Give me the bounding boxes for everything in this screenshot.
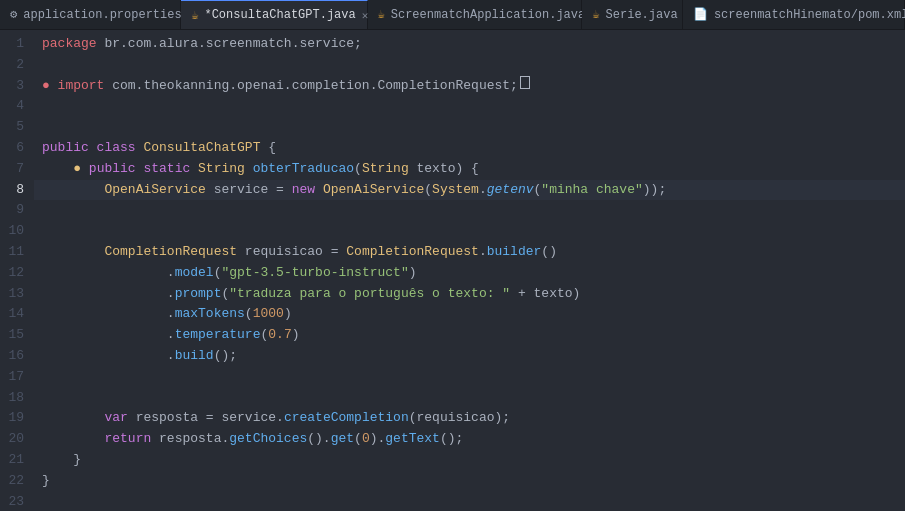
ln-23: 23	[8, 492, 24, 511]
code-line-9	[34, 200, 905, 221]
param-type: String	[362, 159, 417, 180]
paren14a: (	[245, 304, 253, 325]
line-numbers: 1 2 3 4 5 6 7 8 9 10 11 12 13 14 15 16 1…	[0, 30, 34, 511]
close-icon[interactable]: ✕	[362, 9, 369, 22]
dot16: .	[167, 346, 175, 367]
tab-app-props[interactable]: ⚙ application.properties	[0, 0, 181, 29]
tab-label: ScreenmatchApplication.java	[391, 8, 585, 22]
chain20c: ).	[370, 429, 386, 450]
paren-open: (	[354, 159, 362, 180]
chain20d: ();	[440, 429, 463, 450]
kw-import: ●	[42, 76, 58, 97]
code-line-11: CompletionRequest requisicao = Completio…	[34, 242, 905, 263]
code-line-23	[34, 492, 905, 511]
dot13: .	[167, 284, 175, 305]
indent21	[42, 450, 73, 471]
close8: ));	[643, 180, 666, 201]
chain20b: (	[354, 429, 362, 450]
class-name: ConsultaChatGPT	[143, 138, 268, 159]
method-build: build	[175, 346, 214, 367]
num-07: 0.7	[268, 325, 291, 346]
method-gettext: getText	[385, 429, 440, 450]
num-0: 0	[362, 429, 370, 450]
type-string: String	[198, 159, 253, 180]
method-name: obterTraducao	[253, 159, 354, 180]
indent19	[42, 408, 104, 429]
code-line-10	[34, 221, 905, 242]
tab-pom[interactable]: 📄 screenmatchHinemato/pom.xml	[683, 0, 905, 29]
file-icon: ☕	[191, 8, 198, 23]
indent12	[42, 263, 167, 284]
indent8	[42, 180, 104, 201]
type-cr: CompletionRequest	[104, 242, 244, 263]
tab-screenmatch-app[interactable]: ☕ ScreenmatchApplication.java	[368, 0, 583, 29]
ln-5: 5	[8, 117, 24, 138]
indent11	[42, 242, 104, 263]
ln-19: 19	[8, 408, 24, 429]
code-line-15: .temperature(0.7)	[34, 325, 905, 346]
num-1000: 1000	[253, 304, 284, 325]
editor: 1 2 3 4 5 6 7 8 9 10 11 12 13 14 15 16 1…	[0, 30, 905, 511]
type-cr2: CompletionRequest	[346, 242, 479, 263]
tab-serie[interactable]: ☕ Serie.java	[582, 0, 683, 29]
type-openaiservice: OpenAiService	[104, 180, 213, 201]
ln-4: 4	[8, 96, 24, 117]
chain20a: ().	[307, 429, 330, 450]
dot11: .	[479, 242, 487, 263]
dot-7: ●	[73, 159, 89, 180]
type-system: System	[432, 180, 479, 201]
kw-package: package	[42, 34, 104, 55]
tab-bar: ⚙ application.properties ☕ *ConsultaChat…	[0, 0, 905, 30]
tab-consulta[interactable]: ☕ *ConsultaChatGPT.java ✕	[181, 0, 367, 29]
code-line-7: ● public static String obterTraducao(Str…	[34, 159, 905, 180]
code-area[interactable]: package br.com.alura.screenmatch.service…	[34, 30, 905, 511]
import-path: com.theokanning.openai.completion.Comple…	[112, 76, 518, 97]
kw-public2: public	[89, 159, 144, 180]
paren3: (	[534, 180, 542, 201]
ln-14: 14	[8, 304, 24, 325]
code-line-2	[34, 55, 905, 76]
file-icon: 📄	[693, 7, 708, 22]
ln-16: 16	[8, 346, 24, 367]
code-line-22: }	[34, 471, 905, 492]
ln-1: 1	[8, 34, 24, 55]
code-line-13: .prompt("traduza para o português o text…	[34, 284, 905, 305]
code-line-12: .model("gpt-3.5-turbo-instruct")	[34, 263, 905, 284]
method-model: model	[175, 263, 214, 284]
code-line-5	[34, 117, 905, 138]
ln-8: 8	[8, 180, 24, 201]
paren15a: (	[260, 325, 268, 346]
tab-label: Serie.java	[606, 8, 678, 22]
code-line-18	[34, 388, 905, 409]
var-service: service =	[214, 180, 292, 201]
var-resposta: resposta = service.	[136, 408, 284, 429]
code-line-1: package br.com.alura.screenmatch.service…	[34, 34, 905, 55]
code-line-19: var resposta = service.createCompletion(…	[34, 408, 905, 429]
brace22: }	[42, 471, 50, 492]
str-key: "minha chave"	[541, 180, 642, 201]
ln-9: 9	[8, 200, 24, 221]
method-temp: temperature	[175, 325, 261, 346]
indent14	[42, 304, 167, 325]
ln-12: 12	[8, 263, 24, 284]
ln-2: 2	[8, 55, 24, 76]
str-model: "gpt-3.5-turbo-instruct"	[221, 263, 408, 284]
code-line-21: }	[34, 450, 905, 471]
method-get: get	[331, 429, 354, 450]
ln-3: 3	[8, 76, 24, 97]
dot12: .	[167, 263, 175, 284]
paren14b: )	[284, 304, 292, 325]
tab-label: application.properties	[23, 8, 181, 22]
method-prompt: prompt	[175, 284, 222, 305]
pkg-path: br.com.alura.screenmatch.service;	[104, 34, 361, 55]
kw-static: static	[143, 159, 198, 180]
str-prompt: "traduza para o português o texto: "	[229, 284, 510, 305]
var-req: requisicao =	[245, 242, 346, 263]
kw-var: var	[104, 408, 135, 429]
paren11: ()	[541, 242, 557, 263]
ln-7: 7	[8, 159, 24, 180]
paren19: (requisicao);	[409, 408, 510, 429]
param-name: texto) {	[417, 159, 479, 180]
code-line-3: ● import com.theokanning.openai.completi…	[34, 76, 905, 97]
code-line-8: OpenAiService service = new OpenAiServic…	[34, 180, 905, 201]
